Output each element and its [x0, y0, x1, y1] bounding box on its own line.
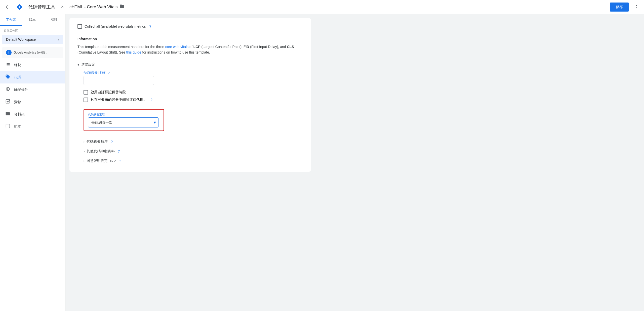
- information-title: Information: [77, 37, 303, 41]
- consent-settings-expand-icon: ›: [84, 159, 85, 163]
- custom-markers-label: 啟用自訂標記觸發時段: [91, 90, 126, 95]
- variables-icon: [5, 99, 11, 105]
- consent-beta-badge: BETA: [110, 159, 116, 162]
- app-logo: [15, 3, 24, 12]
- app-title: 代碼管理工具: [28, 4, 55, 10]
- advanced-title: 進階設定: [81, 62, 95, 67]
- sidebar-item-templates[interactable]: 範本: [0, 120, 65, 133]
- tag-firing-order-help-icon[interactable]: ?: [111, 140, 113, 144]
- tag-firing-order-row[interactable]: › 代碼觸發順序 ?: [77, 137, 303, 147]
- tag-metadata-expand-icon: ›: [84, 149, 85, 153]
- tab-folder-icon[interactable]: [119, 4, 125, 10]
- this-guide-link[interactable]: this guide: [126, 50, 141, 54]
- tab-close-button[interactable]: ×: [58, 3, 66, 11]
- tab-title-area: cHTML - Core Web Vitals: [69, 4, 125, 10]
- tab-admin[interactable]: 管理: [44, 14, 65, 26]
- tag-firing-order-expand-icon: ›: [84, 140, 85, 144]
- tags-label: 代碼: [14, 75, 21, 80]
- sidebar-item-tags[interactable]: 代碼: [0, 71, 65, 83]
- consent-settings-label: 同意聲明設定: [87, 159, 108, 163]
- collect-help-icon[interactable]: ?: [149, 24, 151, 28]
- priority-input[interactable]: [84, 76, 154, 85]
- firing-options-container: 代碼觸發選項 每個事件一次 每個網頁一次 無限制 ▾: [84, 109, 164, 131]
- ga-info-icon: i: [6, 50, 12, 55]
- workspace-chevron-icon: ›: [58, 37, 59, 42]
- overview-label: 總覧: [14, 63, 21, 67]
- published-only-checkbox[interactable]: [84, 98, 88, 102]
- firing-select-label: 代碼觸發選項: [88, 113, 159, 116]
- sidebar-item-folders[interactable]: 資料夾: [0, 108, 65, 120]
- triggers-icon: [5, 86, 11, 93]
- more-menu-button[interactable]: ⋮: [632, 3, 641, 12]
- triggers-label: 觸發條件: [14, 87, 28, 92]
- tab-workspace[interactable]: 工作區: [0, 14, 22, 26]
- collect-checkbox-label: Collect all (available) web vitals metri…: [85, 24, 146, 28]
- overview-icon: [5, 62, 11, 68]
- collapse-chevron-icon: ▾: [77, 63, 79, 67]
- save-button[interactable]: 儲存: [610, 3, 629, 12]
- published-only-row: 只在已發布的容器中觸發這個代碼。 ?: [77, 98, 303, 102]
- advanced-section: ▾ 進階設定 代碼觸發優先順序 ? 啟用自訂標記觸發時段 只在已發布: [77, 60, 303, 166]
- firing-select[interactable]: 每個事件一次 每個網頁一次 無限制: [88, 117, 158, 127]
- sidebar-item-variables[interactable]: 變數: [0, 96, 65, 108]
- workspace-selector[interactable]: Default Workspace ›: [2, 35, 63, 44]
- folders-icon: [5, 111, 11, 117]
- workspace-name: Default Workspace: [6, 37, 36, 41]
- consent-settings-help-icon[interactable]: ?: [119, 159, 121, 163]
- content-area: Collect all (available) web vitals metri…: [65, 14, 644, 311]
- collect-checkbox-row: Collect all (available) web vitals metri…: [77, 24, 303, 29]
- collect-checkbox[interactable]: [77, 24, 82, 29]
- svg-rect-3: [6, 100, 10, 103]
- tab-versions[interactable]: 版本: [22, 14, 43, 26]
- sidebar-tabs: 工作區 版本 管理: [0, 14, 65, 26]
- back-button[interactable]: [3, 3, 12, 12]
- top-bar: 代碼管理工具 × cHTML - Core Web Vitals 儲存 ⋮: [0, 0, 644, 14]
- information-section: Information This template adds measureme…: [77, 37, 303, 55]
- information-body: This template adds measurement handlers …: [77, 44, 303, 55]
- consent-settings-row[interactable]: › 同意聲明設定 BETA ?: [77, 156, 303, 166]
- tag-metadata-row[interactable]: › 其他代碼中繼資料 ?: [77, 147, 303, 156]
- svg-rect-4: [6, 124, 10, 128]
- published-only-help-icon[interactable]: ?: [150, 98, 152, 102]
- core-web-vitals-link[interactable]: core web vitals: [165, 45, 189, 49]
- variables-label: 變數: [14, 100, 21, 104]
- tab-title-text: cHTML - Core Web Vitals: [69, 5, 117, 10]
- firing-select-wrapper: 每個事件一次 每個網頁一次 無限制 ▾: [88, 117, 158, 127]
- firing-options-wrapper: 代碼觸發選項 每個事件一次 每個網頁一次 無限制 ▾: [77, 105, 303, 135]
- sidebar-item-triggers[interactable]: 觸發條件: [0, 83, 65, 96]
- tag-firing-order-label: 代碼觸發順序: [87, 140, 108, 144]
- custom-markers-row: 啟用自訂標記觸發時段: [77, 90, 303, 95]
- sidebar: 工作區 版本 管理 目前工作區 Default Workspace › i Go…: [0, 14, 65, 311]
- priority-field-label: 代碼觸發優先順序 ?: [84, 71, 297, 75]
- main-layout: 工作區 版本 管理 目前工作區 Default Workspace › i Go…: [0, 14, 644, 311]
- templates-icon: [5, 123, 11, 130]
- ga-container-item[interactable]: i Google Analytics (分析) :: [2, 47, 63, 58]
- svg-point-2: [7, 88, 9, 90]
- priority-help-icon[interactable]: ?: [108, 71, 110, 75]
- folders-label: 資料夾: [14, 112, 25, 117]
- tag-metadata-help-icon[interactable]: ?: [118, 149, 120, 153]
- custom-markers-checkbox[interactable]: [84, 90, 88, 95]
- workspace-section-label: 目前工作區: [0, 26, 65, 34]
- sidebar-item-overview[interactable]: 總覧: [0, 59, 65, 71]
- priority-field-group: 代碼觸發優先順序 ?: [77, 69, 303, 87]
- divider-1: [77, 33, 303, 33]
- advanced-collapse-header[interactable]: ▾ 進階設定: [77, 60, 303, 69]
- published-only-label: 只在已發布的容器中觸發這個代碼。: [91, 98, 147, 102]
- content-card: Collect all (available) web vitals metri…: [69, 18, 311, 172]
- ga-text: Google Analytics (分析) :: [14, 51, 47, 55]
- templates-label: 範本: [14, 124, 21, 129]
- tags-icon: [5, 74, 11, 80]
- tag-metadata-label: 其他代碼中繼資料: [87, 149, 115, 154]
